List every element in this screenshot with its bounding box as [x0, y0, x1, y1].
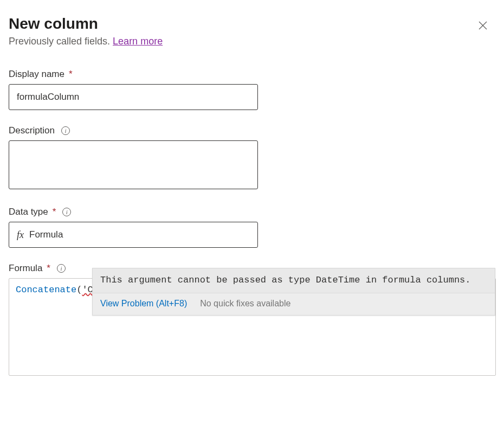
data-type-field-group: Data type * i fx Formula [9, 207, 495, 248]
display-name-input[interactable] [9, 84, 258, 110]
description-input[interactable] [9, 140, 258, 189]
description-field-group: Description i [9, 125, 495, 191]
display-name-label: Display name * [9, 69, 495, 80]
learn-more-link[interactable]: Learn more [113, 36, 163, 47]
error-tooltip: This argument cannot be passed as type D… [92, 268, 495, 316]
info-icon[interactable]: i [62, 208, 71, 216]
panel-header: New column Previously called fields. Lea… [9, 15, 495, 69]
data-type-select[interactable]: fx Formula [9, 222, 258, 248]
panel-subtitle: Previously called fields. Learn more [9, 36, 163, 47]
fx-icon: fx [17, 229, 24, 241]
description-label: Description i [9, 125, 495, 136]
display-name-field-group: Display name * [9, 69, 495, 110]
view-problem-link[interactable]: View Problem (Alt+F8) [100, 299, 187, 309]
required-asterisk: * [47, 263, 50, 274]
required-asterisk: * [69, 69, 73, 80]
data-type-value: Formula [29, 229, 63, 240]
subtitle-text: Previously called fields. [9, 36, 113, 47]
error-message: This argument cannot be passed as type D… [93, 268, 495, 293]
info-icon[interactable]: i [61, 126, 70, 135]
no-quick-fixes-text: No quick fixes available [200, 299, 290, 309]
panel-title: New column [9, 15, 163, 33]
close-icon [478, 21, 488, 30]
info-icon[interactable]: i [57, 264, 66, 273]
formula-token-function: Concatenate [16, 285, 76, 295]
data-type-label: Data type * i [9, 207, 495, 217]
formula-token-paren: ( [76, 285, 82, 295]
close-button[interactable] [475, 17, 491, 34]
error-actions: View Problem (Alt+F8) No quick fixes ava… [93, 293, 495, 315]
required-asterisk: * [53, 207, 56, 217]
new-column-panel: New column Previously called fields. Lea… [0, 0, 504, 389]
